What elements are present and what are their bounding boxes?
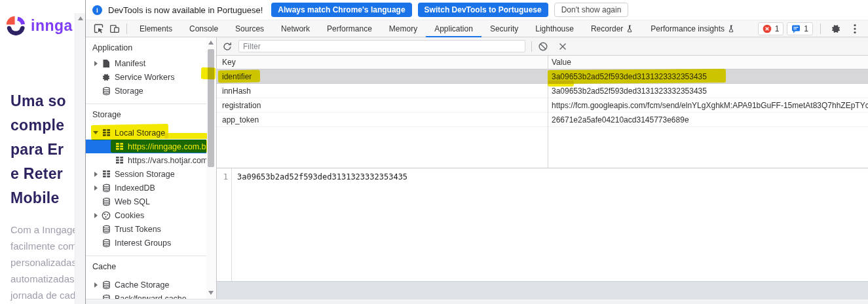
devtools-panel: i DevTools is now available in Portugues… bbox=[85, 0, 868, 304]
table-row-identifier[interactable]: identifier 3a09653b2ad52f593ded313132333… bbox=[217, 69, 868, 84]
section-storage: Storage bbox=[86, 104, 207, 250]
database-icon bbox=[100, 183, 112, 193]
paragraph-line: jornada de cad bbox=[10, 287, 78, 303]
tab-sources[interactable]: Sources bbox=[227, 20, 273, 37]
sidebar-scrollbar[interactable] bbox=[206, 37, 216, 299]
logo-text: innga bbox=[31, 17, 73, 35]
row-value: https://fcm.googleapis.com/fcm/send/elnY… bbox=[548, 101, 868, 110]
experiment-flask-icon bbox=[728, 25, 735, 33]
paragraph-line: facilmente com bbox=[10, 238, 78, 254]
match-language-button[interactable]: Always match Chrome's language bbox=[271, 3, 411, 17]
error-badge[interactable]: 1 bbox=[758, 22, 784, 35]
tab-performance[interactable]: Performance bbox=[318, 20, 381, 37]
chevron-right-icon bbox=[94, 185, 98, 191]
tab-recorder[interactable]: Recorder bbox=[582, 20, 642, 37]
sidebar-item-indexeddb[interactable]: IndexedDB bbox=[86, 181, 207, 195]
message-icon bbox=[791, 24, 801, 33]
refresh-icon[interactable] bbox=[222, 41, 233, 52]
sidebar-item-cache-storage[interactable]: Cache Storage bbox=[86, 278, 207, 292]
sidebar-item-origin-hotjar[interactable]: https://vars.hotjar.com bbox=[86, 153, 207, 167]
section-title-application: Application bbox=[86, 40, 207, 56]
paragraph-line: automatizadas bbox=[10, 271, 78, 287]
message-count: 1 bbox=[804, 24, 808, 33]
switch-portuguese-button[interactable]: Switch DevTools to Portuguese bbox=[418, 3, 548, 17]
datagrid-header: Key Value bbox=[217, 56, 868, 69]
tab-security[interactable]: Security bbox=[481, 20, 527, 37]
settings-gear-icon[interactable] bbox=[828, 20, 844, 37]
tab-console[interactable]: Console bbox=[181, 20, 227, 37]
storage-toolbar bbox=[217, 37, 868, 56]
page-scrollbar[interactable] bbox=[75, 13, 85, 304]
section-title-storage: Storage bbox=[86, 107, 207, 123]
section-application: Application Manifest bbox=[86, 37, 207, 98]
delete-selected-icon[interactable] bbox=[558, 42, 567, 51]
page-paragraph: Com a Inngage facilmente com personaliza… bbox=[10, 221, 78, 303]
table-row-innhash[interactable]: innHash 3a09653b2ad52f593ded313132333235… bbox=[217, 84, 868, 98]
row-key: innHash bbox=[217, 86, 548, 96]
tab-network[interactable]: Network bbox=[273, 20, 318, 37]
section-title-cache: Cache bbox=[86, 259, 207, 275]
row-value: 26671e2a5afe04210acd3145773e689e bbox=[548, 115, 868, 124]
row-key: identifier bbox=[217, 72, 548, 81]
tab-memory[interactable]: Memory bbox=[381, 20, 426, 37]
value-preview-pane: 1 3a09653b2ad52f593ded3131323332353435 bbox=[217, 168, 868, 281]
column-header-key[interactable]: Key bbox=[217, 58, 548, 67]
sidebar-tree: Application Manifest bbox=[86, 37, 207, 299]
sidebar-item-web-sql[interactable]: Web SQL bbox=[86, 195, 207, 208]
tab-lighthouse[interactable]: Lighthouse bbox=[527, 20, 582, 37]
scroll-down-arrow-icon[interactable] bbox=[208, 291, 214, 295]
local-storage-panel: Key Value identifier 3a09653b2ad52f593de… bbox=[217, 37, 868, 304]
bottom-bar bbox=[217, 281, 868, 299]
chevron-right-icon bbox=[94, 61, 98, 66]
section-cache: Cache Cache Storage bbox=[86, 256, 207, 299]
device-toolbar-icon[interactable] bbox=[107, 20, 123, 37]
kebab-menu-icon[interactable] bbox=[847, 20, 863, 37]
sidebar-item-service-workers[interactable]: Service Workers bbox=[86, 70, 207, 84]
info-icon: i bbox=[92, 5, 102, 15]
row-key: registration bbox=[217, 101, 548, 110]
inngage-logo[interactable]: innga bbox=[5, 14, 73, 37]
table-grid-icon bbox=[113, 156, 125, 164]
heading-line: e Reter bbox=[10, 162, 66, 186]
message-badge[interactable]: 1 bbox=[787, 22, 813, 35]
database-icon bbox=[100, 225, 112, 234]
cookie-icon bbox=[100, 211, 112, 220]
column-header-value[interactable]: Value bbox=[548, 58, 868, 67]
dont-show-again-button[interactable]: Don't show again bbox=[554, 3, 629, 17]
sidebar-item-interest-groups[interactable]: Interest Groups bbox=[86, 236, 207, 250]
column-resize-handle[interactable] bbox=[548, 56, 548, 168]
heading-line: Uma so bbox=[10, 89, 66, 113]
screen: innga Uma so comple para Er e Reter Mobi… bbox=[0, 0, 868, 304]
devtools-tabbar: Elements Console Sources Network Perform… bbox=[86, 20, 868, 37]
page-heading: Uma so comple para Er e Reter Mobile bbox=[10, 89, 66, 210]
preview-value: 3a09653b2ad52f593ded3131323332353435 bbox=[237, 172, 407, 181]
table-row-registration[interactable]: registration https://fcm.googleapis.com/… bbox=[217, 98, 868, 113]
scroll-up-arrow-icon[interactable] bbox=[78, 16, 83, 20]
sidebar-item-storage[interactable]: Storage bbox=[86, 84, 207, 98]
sidebar-item-origin-inngage[interactable]: https://inngage.com.br bbox=[86, 140, 207, 153]
table-grid-icon bbox=[113, 142, 125, 151]
toolbar-separator bbox=[126, 24, 127, 34]
inspect-element-icon[interactable] bbox=[91, 20, 107, 37]
scroll-up-arrow-icon[interactable] bbox=[208, 41, 214, 45]
scrollbar-thumb[interactable] bbox=[208, 49, 214, 167]
sidebar-item-trust-tokens[interactable]: Trust Tokens bbox=[86, 222, 207, 236]
clear-all-icon[interactable] bbox=[538, 41, 548, 52]
error-count: 1 bbox=[775, 24, 780, 33]
tab-performance-insights[interactable]: Performance insights bbox=[642, 20, 744, 37]
sidebar-item-manifest[interactable]: Manifest bbox=[86, 56, 207, 70]
tab-elements[interactable]: Elements bbox=[131, 20, 181, 37]
sidebar-item-session-storage[interactable]: Session Storage bbox=[86, 167, 207, 181]
filter-input[interactable] bbox=[238, 40, 525, 52]
bottom-strip bbox=[86, 299, 868, 304]
paragraph-line: Com a Inngage bbox=[10, 221, 78, 238]
paragraph-line: personalizadas bbox=[10, 254, 78, 271]
tab-application[interactable]: Application bbox=[426, 20, 481, 37]
sidebar-item-cookies[interactable]: Cookies bbox=[86, 208, 207, 222]
table-grid-icon bbox=[100, 170, 112, 178]
row-key: app_token bbox=[217, 115, 548, 124]
table-row-app-token[interactable]: app_token 26671e2a5afe04210acd3145773e68… bbox=[217, 113, 868, 127]
sidebar-item-local-storage[interactable]: Local Storage bbox=[86, 126, 207, 140]
sidebar-item-back-forward-cache[interactable]: Back/forward cache bbox=[86, 292, 207, 299]
language-banner: i DevTools is now available in Portugues… bbox=[86, 0, 868, 20]
